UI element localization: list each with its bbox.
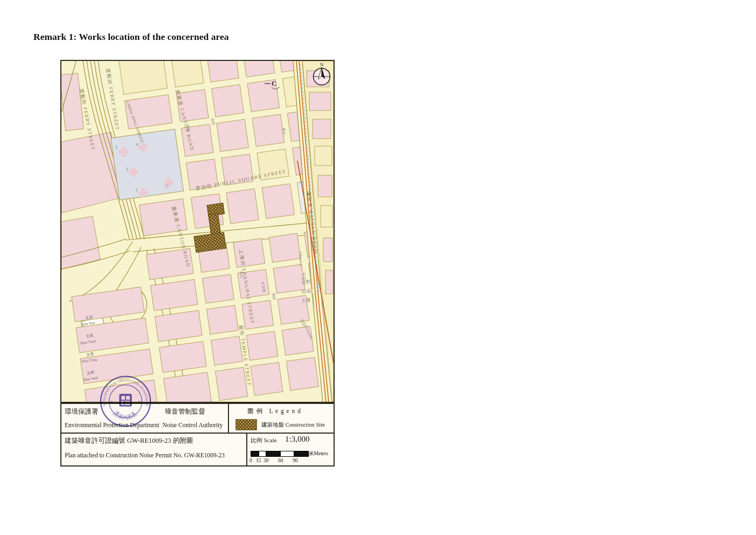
permit-cell: 建築噪音許可證編號 GW-RE1009-23 的附圖 Plan attached…	[61, 434, 247, 465]
scale-tick-90: 90	[293, 458, 298, 463]
map-panel: 3 4 2 1 5	[60, 60, 335, 403]
page-title: Remark 1: Works location of the concerne…	[33, 31, 228, 43]
marker-c-label: C	[272, 80, 276, 87]
scale-tick-30: 30	[263, 458, 269, 463]
authority-name-zh: 噪音管制監督	[165, 407, 205, 416]
estate-blocks: 3 4 2 1 5	[111, 129, 184, 201]
document-page: Remark 1: Works location of the concerne…	[0, 0, 756, 535]
scale-unit: 米Meters	[309, 450, 328, 457]
legend-item-label: 建築地盤 Construction Site	[261, 421, 325, 429]
scale-tick-0: 0	[249, 458, 252, 463]
construction-site-swatch	[235, 419, 257, 430]
scale-label: 比例 Scale	[251, 436, 277, 444]
info-panel: 環境保護署 噪音管制監督 Environmental Protection De…	[60, 403, 335, 467]
permit-text-zh: 建築噪音許可證編號 GW-RE1009-23 的附圖	[65, 436, 193, 445]
authority-cell: 環境保護署 噪音管制監督 Environmental Protection De…	[61, 404, 229, 434]
permit-text-en: Plan attached to Construction Noise Perm…	[65, 452, 225, 458]
legend-title-zh: 圖 例	[247, 408, 263, 414]
building-label-alhambra: Alhambra	[298, 251, 303, 267]
scale-bar	[251, 451, 309, 457]
scale-tick-15: 15	[256, 458, 261, 463]
map-canvas: 3 4 2 1 5	[61, 61, 334, 402]
scale-value: 1:3,000	[285, 435, 309, 444]
compass-north-label: N	[320, 62, 324, 67]
legend-title-en: L e g e n d	[269, 408, 301, 414]
scale-cell: 比例 Scale 1:3,000 0 15 30 60 90 米Meters	[247, 434, 335, 465]
legend-cell: 圖 例 L e g e n d 建築地盤 Construction Site	[229, 404, 335, 434]
scale-tick-60: 60	[278, 458, 283, 463]
dept-name-zh: 環境保護署	[65, 407, 99, 416]
dept-name-en: Environmental Protection Department Nois…	[65, 422, 223, 428]
